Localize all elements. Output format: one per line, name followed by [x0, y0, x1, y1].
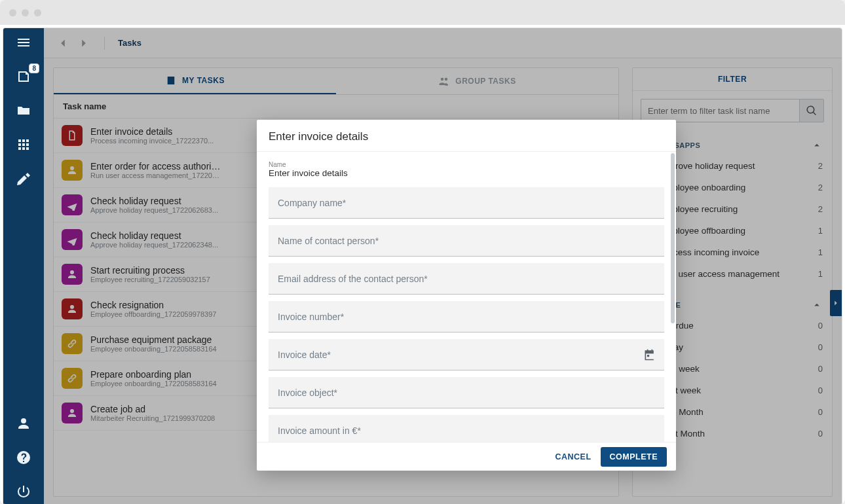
help-icon[interactable]	[16, 450, 31, 465]
text-field[interactable]: Name of contact person*	[269, 225, 664, 257]
modal-enter-invoice: Enter invoice details Name Enter invoice…	[257, 120, 676, 471]
modal-body: Name Enter invoice details Company name*…	[257, 152, 676, 442]
modal-name-label: Name	[269, 161, 664, 168]
modal-footer: CANCEL COMPLETE	[257, 442, 676, 471]
modal-scrollbar[interactable]	[671, 153, 675, 323]
traffic-light-min[interactable]	[22, 9, 29, 16]
traffic-light-close[interactable]	[9, 9, 16, 16]
modal-title: Enter invoice details	[257, 120, 676, 152]
apps-icon[interactable]	[16, 137, 31, 153]
text-field[interactable]: Invoice object*	[269, 377, 664, 408]
complete-button[interactable]: COMPLETE	[601, 447, 667, 467]
text-field[interactable]: Invoice date*	[269, 339, 664, 370]
modal-name-value: Enter invoice details	[269, 168, 664, 178]
window-titlebar	[0, 0, 845, 25]
folder-icon[interactable]	[16, 103, 31, 118]
text-field[interactable]: Invoice amount in €*	[269, 415, 664, 442]
cancel-button[interactable]: CANCEL	[555, 452, 591, 461]
app-shell: 8	[3, 27, 842, 504]
text-field[interactable]: Email address of the contact person*	[269, 263, 664, 295]
tasks-icon[interactable]: 8	[16, 69, 31, 84]
settings-icon[interactable]	[16, 171, 31, 187]
account-icon[interactable]	[16, 416, 31, 431]
power-icon[interactable]	[16, 484, 31, 499]
traffic-light-max[interactable]	[34, 9, 41, 16]
tasks-badge: 8	[29, 63, 39, 73]
calendar-icon[interactable]	[643, 348, 656, 361]
text-field[interactable]: Company name*	[269, 187, 664, 219]
text-field[interactable]: Invoice number*	[269, 301, 664, 333]
menu-icon[interactable]	[16, 35, 31, 50]
main-area: Tasks MY TASKS	[44, 28, 842, 504]
browser-frame: 8	[0, 0, 845, 504]
sidebar: 8	[3, 28, 44, 504]
